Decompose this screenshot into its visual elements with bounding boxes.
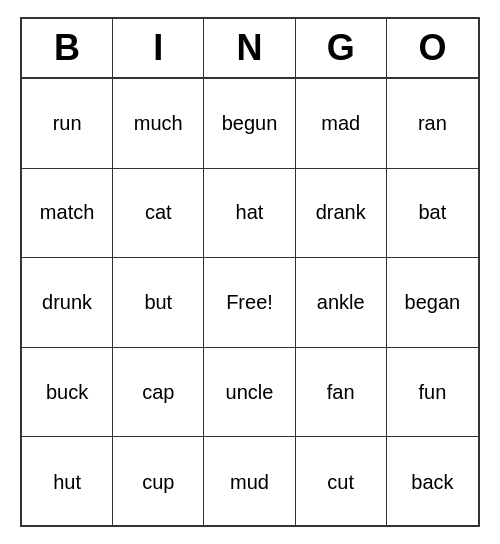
cell-10: drunk [22, 258, 113, 348]
header-n: N [204, 19, 295, 77]
cell-14: began [387, 258, 478, 348]
cell-24: back [387, 437, 478, 527]
header-b: B [22, 19, 113, 77]
cell-3: mad [296, 79, 387, 169]
cell-5: match [22, 169, 113, 259]
cell-8: drank [296, 169, 387, 259]
cell-2: begun [204, 79, 295, 169]
cell-1: much [113, 79, 204, 169]
header-g: G [296, 19, 387, 77]
cell-23: cut [296, 437, 387, 527]
cell-4: ran [387, 79, 478, 169]
cell-6: cat [113, 169, 204, 259]
cell-16: cap [113, 348, 204, 438]
cell-7: hat [204, 169, 295, 259]
cell-17: uncle [204, 348, 295, 438]
cell-11: but [113, 258, 204, 348]
header-i: I [113, 19, 204, 77]
cell-22: mud [204, 437, 295, 527]
bingo-header: B I N G O [22, 19, 478, 79]
cell-9: bat [387, 169, 478, 259]
cell-0: run [22, 79, 113, 169]
cell-20: hut [22, 437, 113, 527]
cell-18: fan [296, 348, 387, 438]
cell-13: ankle [296, 258, 387, 348]
cell-15: buck [22, 348, 113, 438]
cell-12-free: Free! [204, 258, 295, 348]
bingo-card: B I N G O run much begun mad ran match c… [20, 17, 480, 527]
header-o: O [387, 19, 478, 77]
bingo-grid: run much begun mad ran match cat hat dra… [22, 79, 478, 527]
cell-21: cup [113, 437, 204, 527]
cell-19: fun [387, 348, 478, 438]
